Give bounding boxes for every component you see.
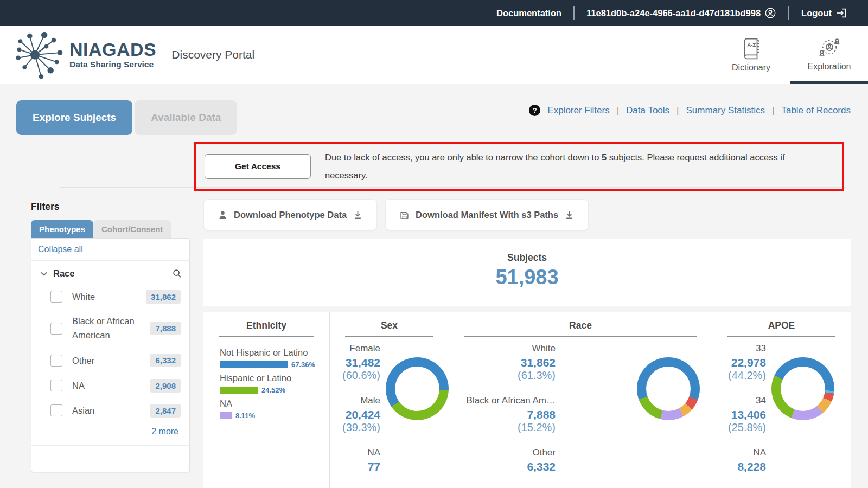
donut-hole — [781, 367, 825, 411]
stat-other: Other 6,332 — [449, 447, 556, 473]
subjects-label: Subjects — [203, 252, 851, 264]
stat-label: Female — [330, 343, 380, 354]
nav-exploration[interactable]: Exploration — [790, 26, 868, 84]
annotation-highlight-box: Get Access Due to lack of access, you ar… — [194, 142, 844, 191]
link-summary-statistics[interactable]: Summary Statistics — [686, 105, 765, 116]
topbar-divider — [788, 6, 789, 20]
tab-explore-subjects[interactable]: Explore Subjects — [16, 100, 132, 135]
race-stats: White 31,862 (61.3%) Black or African Am… — [449, 343, 556, 487]
alert-message-prefix: Due to lack of access, you are only able… — [325, 152, 602, 162]
stat-male: Male 20,424 (39.3%) — [330, 395, 380, 434]
topbar-divider — [573, 6, 575, 20]
topbar: Documentation 11e81d0b-a24e-4966-aa1d-d4… — [0, 0, 868, 26]
link-data-tools[interactable]: Data Tools — [626, 105, 669, 116]
chart-title: Ethnicity — [203, 320, 329, 331]
stat-na: NA 77 — [330, 447, 380, 473]
stat-percent: (61.3%) — [449, 369, 556, 382]
stat-label: 34 — [712, 395, 766, 406]
link-table-of-records[interactable]: Table of Records — [781, 105, 851, 116]
tab-cohort-consent[interactable]: Cohort/Consent — [93, 220, 171, 238]
user-id-text: 11e81d0b-a24e-4966-aa1d-d47d181bd998 — [586, 8, 761, 18]
brand-logo[interactable]: NIAGADS Data Sharing Service — [0, 26, 156, 84]
facet-item-count: 2,847 — [150, 404, 181, 418]
logout-label: Logout — [801, 8, 832, 18]
link-separator: | — [676, 105, 679, 116]
brand-tagline: Data Sharing Service — [69, 60, 156, 69]
facet-race-header: Race — [31, 261, 189, 284]
checkbox-black-or-african-american[interactable] — [50, 323, 62, 335]
stat-count: 31,862 — [449, 356, 556, 369]
stat-label: White — [449, 343, 556, 354]
checkbox-asian[interactable] — [50, 404, 62, 416]
show-more-link[interactable]: 2 more — [151, 427, 178, 436]
access-alert-section: Get Access Due to lack of access, you ar… — [16, 142, 852, 191]
stat-count: 13,406 — [712, 408, 766, 421]
header-nav: A-Z Dictionary Exploration — [712, 26, 868, 84]
header: NIAGADS Data Sharing Service Discovery P… — [0, 26, 868, 84]
facet-item-black-or-african-american: Black or African American 7,888 — [31, 309, 189, 348]
apoe-pie-body: 33 22,978 (44.2%) 34 13,406 (25.8%) — [712, 337, 851, 487]
facet-item-label: Black or African American — [72, 314, 150, 342]
bar-row: 8.11% — [220, 412, 315, 420]
page: Documentation 11e81d0b-a24e-4966-aa1d-d4… — [0, 0, 868, 488]
download-phenotype-button[interactable]: Download Phenotype Data — [203, 199, 377, 230]
chart-apoe: APOE 33 22,978 (44.2%) 34 — [712, 312, 851, 488]
bar-not-hispanic — [220, 361, 288, 368]
checkbox-other[interactable] — [50, 355, 62, 367]
documentation-link[interactable]: Documentation — [496, 8, 561, 18]
facet-item-count: 6,332 — [150, 354, 181, 367]
content: Explore Subjects Available Data ? Explor… — [0, 84, 868, 488]
link-explorer-filters[interactable]: Explorer Filters — [547, 105, 609, 116]
dictionary-book-icon: A-Z — [740, 37, 763, 60]
person-circle-icon — [764, 7, 776, 19]
download-manifest-label: Download Manifest With s3 Paths — [416, 210, 558, 220]
question-badge-icon[interactable]: ? — [529, 105, 540, 116]
bar-hispanic — [220, 387, 258, 394]
facet-item-count: 31,862 — [146, 290, 181, 304]
exploration-people-icon — [818, 36, 841, 59]
chart-title: Race — [449, 320, 712, 331]
apoe-donut-chart — [771, 357, 834, 420]
facet-item-other: Other 6,332 — [31, 348, 189, 373]
bar-value: 24.52% — [261, 386, 285, 394]
search-icon[interactable] — [173, 269, 182, 278]
stat-label: Other — [449, 447, 556, 458]
filters-panel: Collapse all Race White 31,862 Bl — [31, 238, 190, 472]
facet-item-count: 2,908 — [150, 379, 181, 393]
download-phenotype-label: Download Phenotype Data — [234, 210, 347, 220]
stat-33: 33 22,978 (44.2%) — [712, 343, 766, 382]
stat-count: 8,228 — [712, 460, 766, 473]
tab-phenotypes[interactable]: Phenotypes — [31, 220, 93, 238]
download-toolbar: Download Phenotype Data Download Manifes… — [203, 199, 851, 230]
link-separator: | — [617, 105, 619, 116]
stat-black-or-african-american: Black or African Am… 7,888 (15.2%) — [449, 395, 556, 434]
svg-text:A-Z: A-Z — [747, 42, 756, 48]
chart-title: Sex — [330, 320, 449, 331]
stat-count: 20,424 — [330, 408, 380, 421]
tab-available-data[interactable]: Available Data — [135, 100, 237, 135]
filter-tabs: Phenotypes Cohort/Consent — [31, 220, 190, 238]
download-manifest-button[interactable]: Download Manifest With s3 Paths — [385, 199, 589, 230]
logout-button[interactable]: Logout — [801, 7, 847, 19]
nav-dictionary[interactable]: A-Z Dictionary — [712, 26, 790, 84]
alert-subject-limit: 5 — [602, 152, 607, 162]
facet-item-na: NA 2,908 — [31, 373, 189, 398]
checkbox-na[interactable] — [50, 380, 62, 391]
facet-item-asian: Asian 2,847 — [31, 398, 189, 423]
network-starburst-icon — [14, 29, 66, 81]
bar-label: Hispanic or Latino — [220, 373, 315, 383]
stat-percent: (39.3%) — [330, 421, 380, 434]
checkbox-white[interactable] — [50, 291, 62, 303]
stat-percent: (44.2%) — [712, 369, 766, 382]
race-donut-chart — [637, 357, 700, 420]
collapse-all-link[interactable]: Collapse all — [38, 245, 83, 254]
chevron-down-icon[interactable] — [40, 270, 48, 278]
logout-icon — [835, 7, 847, 19]
user-id-menu[interactable]: 11e81d0b-a24e-4966-aa1d-d47d181bd998 — [586, 7, 776, 19]
stat-na: NA 8,228 — [712, 447, 766, 473]
get-access-button[interactable]: Get Access — [205, 154, 311, 179]
facet-item-white: White 31,862 — [31, 284, 189, 309]
stat-label: NA — [712, 447, 766, 458]
charts-panel: Ethnicity Not Hispanic or Latino 67.36% … — [203, 312, 851, 488]
sex-donut-chart — [386, 357, 449, 420]
